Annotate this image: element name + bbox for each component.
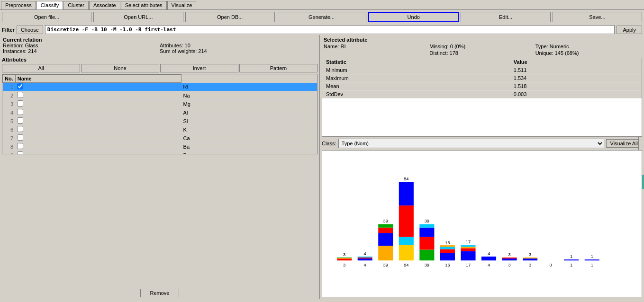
table-row[interactable]: 2 Na xyxy=(3,91,317,100)
sum-weights-value: 214 xyxy=(198,48,207,54)
filter-text-input[interactable] xyxy=(45,25,615,34)
svg-rect-47 xyxy=(523,258,537,260)
svg-rect-48 xyxy=(523,258,537,258)
table-row[interactable]: 7 Ca xyxy=(3,134,317,142)
tab-associate[interactable]: Associate xyxy=(89,1,120,9)
attributes-title: Attributes xyxy=(2,57,317,62)
svg-text:16: 16 xyxy=(445,240,450,245)
attr-invert-button[interactable]: Invert xyxy=(160,64,238,72)
attr-name-cell: K xyxy=(181,125,317,134)
attr-type-value: Numeric xyxy=(550,44,569,49)
filter-choose-button[interactable]: Choose xyxy=(17,26,43,34)
instances-row: Instances: 214 xyxy=(3,48,160,54)
relation-value: Glass xyxy=(25,43,38,48)
open-url-button[interactable]: Open URL... xyxy=(93,12,183,22)
tab-classify[interactable]: Classify xyxy=(36,1,63,9)
save-button[interactable]: Save... xyxy=(553,12,642,22)
table-row: Maximum 1.534 xyxy=(322,74,642,82)
svg-rect-43 xyxy=(502,258,517,260)
open-db-button[interactable]: Open DB... xyxy=(185,12,275,22)
attr-name-cell: Al xyxy=(181,108,317,117)
attr-none-button[interactable]: None xyxy=(81,64,159,72)
attr-type-label: Type: xyxy=(535,44,548,49)
table-row[interactable]: 5 Si xyxy=(3,117,317,125)
attr-type-row: Type: Numeric xyxy=(535,44,640,49)
stat-value: 1.518 xyxy=(510,82,642,90)
attr-name-cell: Mg xyxy=(181,100,317,108)
svg-text:3: 3 xyxy=(508,252,510,257)
filter-section: Filter Choose Apply xyxy=(0,24,644,35)
svg-rect-17 xyxy=(399,237,414,245)
svg-rect-18 xyxy=(399,205,414,237)
table-row[interactable]: 1 RI xyxy=(3,83,317,91)
svg-text:39: 39 xyxy=(383,219,388,223)
attr-no: 3 xyxy=(3,100,16,108)
open-file-button[interactable]: Open file... xyxy=(2,12,91,22)
table-row[interactable]: 4 Al xyxy=(3,108,317,117)
svg-text:3: 3 xyxy=(508,263,510,267)
undo-button[interactable]: Undo xyxy=(368,12,459,22)
attr-missing-value: 0 (0%) xyxy=(450,44,465,49)
attr-no: 8 xyxy=(3,142,16,151)
attr-missing-label: Missing: xyxy=(429,44,448,49)
attr-checkbox-cell[interactable] xyxy=(15,108,181,117)
svg-text:0: 0 xyxy=(550,263,552,267)
stats-table-container: Statistic Value Minimum 1.511 Maximum 1.… xyxy=(322,58,642,137)
attr-distinct-row: Distinct: 178 xyxy=(429,50,534,56)
table-row[interactable]: 8 Ba xyxy=(3,142,317,151)
filter-apply-button[interactable]: Apply xyxy=(617,26,642,34)
edit-button[interactable]: Edit... xyxy=(461,12,550,22)
table-row[interactable]: 3 Mg xyxy=(3,100,317,108)
svg-rect-34 xyxy=(461,251,475,261)
svg-text:4: 4 xyxy=(364,251,366,256)
attr-checkbox-cell[interactable] xyxy=(15,117,181,125)
attr-all-button[interactable]: All xyxy=(2,64,80,72)
attr-checkbox-cell[interactable] xyxy=(15,125,181,134)
svg-text:17: 17 xyxy=(466,240,471,244)
attr-checkbox-cell[interactable] xyxy=(15,134,181,142)
svg-rect-44 xyxy=(502,258,517,258)
attr-name-cell: Na xyxy=(181,91,317,100)
selected-attribute-title: Selected attribute xyxy=(324,37,640,43)
visualize-all-button[interactable]: Visualize All xyxy=(606,139,643,148)
attr-no: 9 xyxy=(3,151,16,155)
tab-bar: Preprocess Classify Cluster Associate Se… xyxy=(0,0,644,10)
svg-rect-11 xyxy=(378,233,393,246)
attr-unique-label: Unique: xyxy=(535,50,553,56)
attributes-label: Attributes: xyxy=(160,43,183,48)
attr-pattern-button[interactable]: Pattern xyxy=(239,64,317,72)
svg-rect-23 xyxy=(419,237,434,249)
attr-table-container[interactable]: No. Name 1 RI 2 Na 3 Mg 4 Al 5 Si 6 K 7 xyxy=(2,74,317,154)
generate-button[interactable]: Generate... xyxy=(277,12,366,22)
tab-cluster[interactable]: Cluster xyxy=(63,1,89,9)
attr-checkbox-cell[interactable] xyxy=(15,83,181,91)
instances-label: Instances: xyxy=(3,48,27,54)
table-row[interactable]: 9 Fe xyxy=(3,151,317,155)
svg-text:39: 39 xyxy=(383,263,388,267)
svg-rect-56 xyxy=(585,259,599,260)
attributes-row: Attributes: 10 xyxy=(160,43,317,48)
attr-name-row: Name: RI xyxy=(324,44,428,49)
attr-checkbox-cell[interactable] xyxy=(15,100,181,108)
attr-checkbox-cell[interactable] xyxy=(15,151,181,155)
attr-checkbox-cell[interactable] xyxy=(15,142,181,151)
col-no-header: No. xyxy=(3,75,16,83)
table-row: StdDev 0.003 xyxy=(322,90,642,98)
svg-rect-29 xyxy=(440,249,455,253)
tab-select-attributes[interactable]: Select attributes xyxy=(121,1,167,9)
svg-rect-28 xyxy=(440,253,455,261)
attr-checkbox-cell[interactable] xyxy=(15,91,181,100)
svg-rect-25 xyxy=(419,224,434,228)
stats-col-statistic: Statistic xyxy=(322,58,510,66)
selected-attribute-section: Selected attribute Name: RI Missing: 0 (… xyxy=(320,35,644,58)
svg-rect-31 xyxy=(440,245,455,247)
class-select[interactable]: Type (Nom) xyxy=(338,139,604,148)
tab-preprocess[interactable]: Preprocess xyxy=(1,1,36,9)
stat-value: 1.534 xyxy=(510,74,642,82)
attr-name-cell: Ba xyxy=(181,142,317,151)
tab-visualize[interactable]: Visualize xyxy=(167,1,197,9)
remove-button[interactable]: Remove xyxy=(140,289,180,297)
table-row[interactable]: 6 K xyxy=(3,125,317,134)
svg-text:1: 1 xyxy=(591,254,593,259)
attr-no: 1 xyxy=(3,83,16,91)
